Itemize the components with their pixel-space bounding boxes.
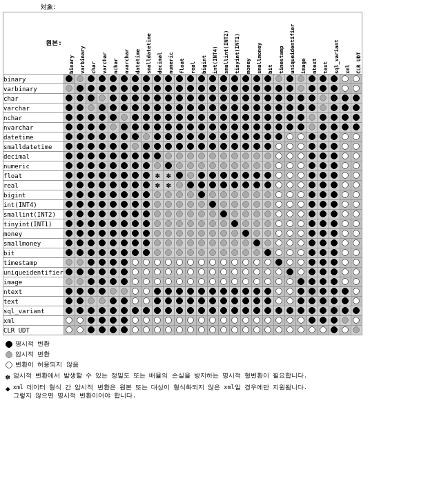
cell-20-18 (262, 268, 273, 277)
cell-19-12 (196, 258, 207, 268)
cell-12-12 (196, 190, 207, 200)
cell-19-1 (75, 258, 86, 268)
cell-18-9 (163, 248, 174, 258)
cell-23-2 (86, 297, 97, 306)
row-header-nchar: nchar (3, 113, 64, 123)
cell-21-23 (318, 277, 329, 287)
cell-5-16 (240, 123, 251, 132)
cell-19-23 (318, 258, 329, 268)
cell-16-21 (295, 229, 306, 239)
cell-15-7 (141, 219, 152, 229)
cell-18-14 (218, 248, 229, 258)
cell-25-12 (196, 316, 207, 326)
cell-3-14 (218, 103, 229, 113)
cell-11-26 (351, 181, 362, 190)
cell-1-15 (229, 84, 240, 94)
cell-7-22 (306, 142, 318, 152)
cell-1-5 (119, 84, 130, 94)
cell-14-9 (163, 210, 174, 219)
cell-6-21 (295, 132, 306, 142)
cell-8-23 (318, 152, 329, 161)
cell-16-25 (340, 229, 351, 239)
cell-3-1 (75, 103, 86, 113)
cell-16-8 (152, 229, 163, 239)
cell-18-15 (229, 248, 240, 258)
cell-3-6 (130, 103, 141, 113)
cell-8-10 (174, 152, 185, 161)
cell-0-3 (97, 75, 108, 84)
row-header-image: image (3, 277, 64, 287)
cell-14-1 (75, 210, 86, 219)
cell-9-9 (163, 161, 174, 171)
cell-13-7 (141, 200, 152, 210)
cell-14-17 (251, 210, 262, 219)
cell-23-19 (273, 297, 284, 306)
col-header-nvarchar: nvarchar (119, 12, 130, 75)
cell-18-6 (130, 248, 141, 258)
cell-18-11 (185, 248, 196, 258)
cell-5-21 (295, 123, 306, 132)
note-star: ✽ 암시적 변환에서 발생할 수 있는 정밀도 또는 배율의 손실을 방지하는 … (6, 372, 445, 382)
cell-19-20 (284, 258, 295, 268)
cell-0-17 (251, 75, 262, 84)
cell-10-20 (284, 171, 295, 181)
cell-25-5 (119, 316, 130, 326)
cell-0-11 (185, 75, 196, 84)
cell-14-25 (340, 210, 351, 219)
cell-10-21 (295, 171, 306, 181)
cell-24-11 (185, 306, 196, 316)
cell-11-8: ✽ (152, 181, 163, 190)
cell-3-20 (284, 103, 295, 113)
col-header-smalldatetime: smalldatetime (141, 12, 152, 75)
cell-2-26 (351, 94, 362, 103)
cell-22-20 (284, 287, 295, 297)
cell-20-7 (141, 268, 152, 277)
cell-1-8 (152, 84, 163, 94)
note-diamond-text: xml 데이터 형식 간 암시적 변환은 원본 또는 대상이 형식화되지 않은 … (13, 384, 307, 400)
cell-19-14 (218, 258, 229, 268)
cell-5-0 (64, 123, 75, 132)
cell-21-20 (284, 277, 295, 287)
cell-8-19 (273, 152, 284, 161)
cell-7-12 (196, 142, 207, 152)
cell-15-14 (218, 219, 229, 229)
cell-11-14 (218, 181, 229, 190)
cell-3-10 (174, 103, 185, 113)
cell-2-12 (196, 94, 207, 103)
cell-16-3 (97, 229, 108, 239)
cell-26-12 (196, 326, 207, 335)
section-header: 対象: (3, 3, 445, 12)
cell-16-12 (196, 229, 207, 239)
cell-6-23 (318, 132, 329, 142)
cell-6-19 (273, 132, 284, 142)
cell-1-12 (196, 84, 207, 94)
cell-10-13 (207, 171, 218, 181)
cell-12-26 (351, 190, 362, 200)
cell-5-12 (196, 123, 207, 132)
cell-10-2 (86, 171, 97, 181)
cell-25-21 (295, 316, 306, 326)
cell-19-24 (329, 258, 340, 268)
cell-12-5 (119, 190, 130, 200)
cell-25-22 (306, 316, 318, 326)
cell-11-17 (251, 181, 262, 190)
cell-17-21 (295, 239, 306, 248)
cell-5-4 (108, 123, 119, 132)
cell-16-1 (75, 229, 86, 239)
cell-12-14 (218, 190, 229, 200)
cell-6-4 (108, 132, 119, 142)
cell-20-16 (240, 268, 251, 277)
table-row: nchar (3, 113, 362, 123)
cell-13-17 (251, 200, 262, 210)
cell-14-21 (295, 210, 306, 219)
cell-16-13 (207, 229, 218, 239)
cell-4-23 (318, 113, 329, 123)
row-header-nvarchar: nvarchar (3, 123, 64, 132)
cell-4-16 (240, 113, 251, 123)
cell-11-23 (318, 181, 329, 190)
cell-20-17 (251, 268, 262, 277)
cell-17-22 (306, 239, 318, 248)
cell-18-12 (196, 248, 207, 258)
cell-15-0 (64, 219, 75, 229)
cell-12-2 (86, 190, 97, 200)
